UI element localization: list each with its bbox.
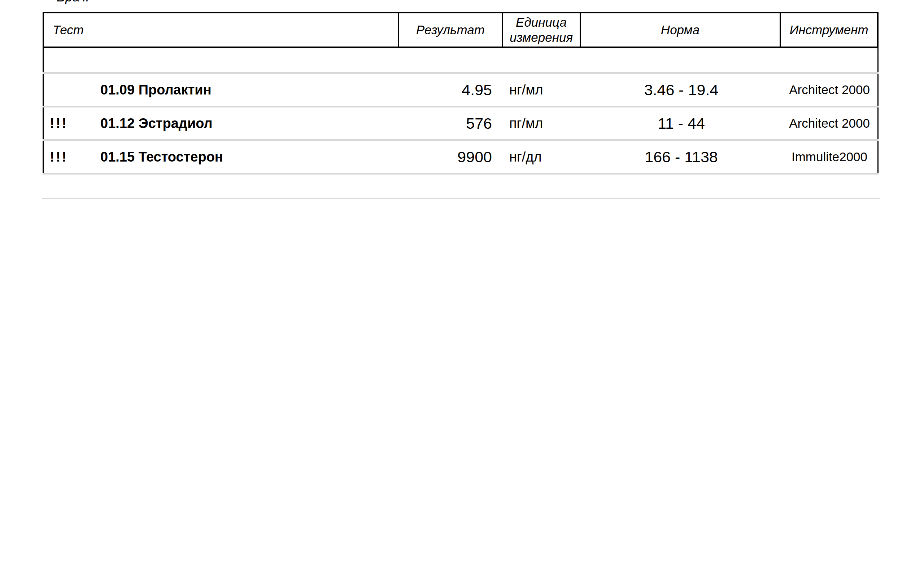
column-header-instrument: Инструмент xyxy=(781,13,877,47)
table-row: !!! 01.15 Тестостерон 9900 нг/дл 166 - 1… xyxy=(43,141,879,173)
cell-test: !!! 01.12 Эстрадиол xyxy=(44,116,399,131)
doctor-label: Врач. xyxy=(57,0,89,3)
table-body: 01.09 Пролактин 4.95 нг/мл 3.46 - 19.4 A… xyxy=(43,48,879,174)
test-name: 01.15 Тестостерон xyxy=(100,149,223,165)
cell-result: 9900 xyxy=(399,148,503,166)
row-separator xyxy=(43,173,879,174)
column-header-test: Тест xyxy=(44,13,399,47)
empty-row xyxy=(43,48,879,72)
table-row: !!! 01.12 Эстрадиол 576 пг/мл 11 - 44 Ar… xyxy=(43,108,879,139)
cell-unit: нг/мл xyxy=(503,82,581,98)
cell-norm: 11 - 44 xyxy=(581,115,782,132)
column-header-result: Результат xyxy=(399,13,503,47)
cell-test: 01.09 Пролактин xyxy=(44,82,399,98)
test-name: 01.09 Пролактин xyxy=(100,82,212,98)
cell-result: 4.95 xyxy=(399,81,503,99)
column-header-norm: Норма xyxy=(581,13,781,47)
table-row: 01.09 Пролактин 4.95 нг/мл 3.46 - 19.4 A… xyxy=(43,74,879,106)
test-name: 01.12 Эстрадиол xyxy=(100,116,213,131)
abnormal-flag: !!! xyxy=(50,149,100,165)
cell-unit: пг/мл xyxy=(503,116,581,131)
cell-result: 576 xyxy=(399,115,503,132)
abnormal-flag: !!! xyxy=(50,116,100,131)
lab-report-page: Врач. Тест Результат Единица измерения Н… xyxy=(0,0,924,577)
results-table: Тест Результат Единица измерения Норма И… xyxy=(43,12,879,174)
table-header-row: Тест Результат Единица измерения Норма И… xyxy=(43,12,879,48)
column-header-unit: Единица измерения xyxy=(503,13,581,47)
cell-instrument: Architect 2000 xyxy=(782,82,877,97)
cell-instrument: Architect 2000 xyxy=(782,116,877,131)
section-divider-rule xyxy=(42,198,880,199)
cell-test: !!! 01.15 Тестостерон xyxy=(44,149,399,165)
cell-unit: нг/дл xyxy=(503,149,581,165)
cell-norm: 166 - 1138 xyxy=(581,148,782,166)
cell-norm: 3.46 - 19.4 xyxy=(581,81,782,99)
cell-instrument: Immulite2000 xyxy=(782,150,877,164)
